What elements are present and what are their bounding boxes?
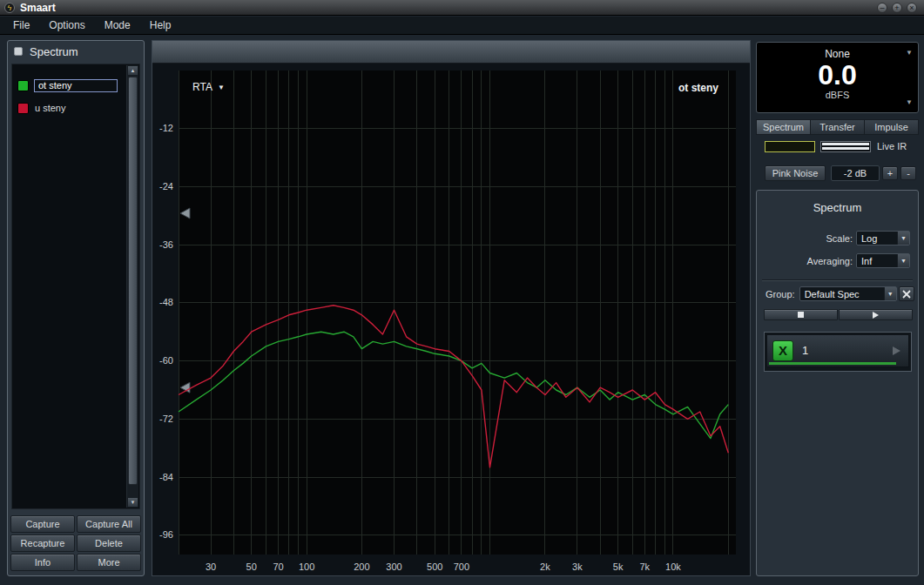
play-button[interactable] — [839, 309, 913, 320]
collapse-toggle[interactable] — [14, 47, 23, 56]
app-icon: ϟ — [4, 3, 15, 13]
tab-impulse[interactable]: Impulse — [864, 119, 919, 135]
svg-text:70: 70 — [273, 561, 283, 572]
level-increase-button[interactable]: + — [882, 166, 898, 180]
tab-transfer[interactable]: Transfer — [810, 119, 864, 135]
svg-text:-24: -24 — [159, 181, 173, 192]
svg-text:500: 500 — [427, 561, 442, 572]
window-title: Smaart — [20, 2, 56, 14]
svg-text:-36: -36 — [159, 239, 173, 250]
transport-row — [757, 309, 918, 320]
menu-mode[interactable]: Mode — [95, 17, 140, 34]
capture-all-button[interactable]: Capture All — [77, 515, 141, 533]
trace-list: u steny ▲ ▼ — [11, 64, 140, 509]
panel-title: Spectrum — [757, 201, 918, 214]
wrench-icon — [901, 289, 912, 299]
menu-file[interactable]: File — [3, 17, 39, 34]
maximize-button[interactable]: + — [892, 3, 902, 13]
meter-unit-select[interactable]: dBFS — [757, 90, 918, 100]
meter-unit-dropdown-icon[interactable]: ▼ — [906, 98, 913, 106]
trace-color-swatch[interactable] — [17, 103, 29, 114]
spectrum-controls-panel: Spectrum Scale: Log ▼ Averaging: Inf ▼ G… — [756, 190, 919, 576]
trace-name-input[interactable] — [34, 79, 118, 92]
generator-level-display: -2 dB — [831, 165, 880, 181]
trace-row[interactable] — [17, 78, 139, 92]
generator-level-meter — [765, 141, 815, 152]
meter-source-dropdown-icon[interactable]: ▼ — [906, 49, 913, 57]
svg-text:-96: -96 — [159, 529, 173, 540]
group-listbox: X 1 — [764, 332, 912, 372]
svg-text:3k: 3k — [572, 561, 583, 572]
play-icon — [873, 312, 879, 319]
minimize-button[interactable]: – — [877, 3, 887, 13]
level-decrease-button[interactable]: - — [900, 166, 916, 180]
svg-text:-48: -48 — [159, 297, 173, 307]
recapture-button[interactable]: Recapture — [10, 535, 75, 552]
meter-value: 0.0 — [757, 60, 918, 90]
scale-label: Scale: — [757, 233, 853, 244]
svg-text:30: 30 — [206, 561, 216, 572]
svg-text:5k: 5k — [613, 561, 624, 572]
svg-text:700: 700 — [454, 561, 469, 572]
chevron-down-icon: ▼ — [884, 287, 896, 300]
list-item[interactable]: X 1 — [766, 334, 909, 367]
scale-select[interactable]: Log ▼ — [856, 231, 910, 245]
scroll-up-icon[interactable]: ▲ — [127, 65, 138, 76]
pink-noise-button[interactable]: Pink Noise — [765, 165, 826, 181]
play-icon[interactable] — [893, 346, 900, 355]
group-label: Group: — [766, 289, 795, 299]
group-item-active-strip — [769, 362, 896, 365]
input-level-meter — [820, 141, 871, 152]
more-button[interactable]: More — [77, 554, 141, 571]
averaging-row: Averaging: Inf ▼ — [757, 253, 918, 268]
scale-row: Scale: Log ▼ — [757, 231, 918, 245]
window-controls: – + × — [877, 3, 917, 13]
averaging-select[interactable]: Inf ▼ — [856, 253, 910, 268]
svg-text:2k: 2k — [540, 561, 550, 572]
close-button[interactable]: × — [907, 3, 917, 13]
sound-level-meter: None ▼ 0.0 dBFS ▼ — [756, 42, 919, 113]
sidebar-header: Spectrum — [8, 41, 144, 62]
group-row: Group: Default Spec ▼ — [757, 286, 918, 301]
live-ir-toggle[interactable]: Live IR — [877, 141, 907, 151]
group-select[interactable]: Default Spec ▼ — [799, 286, 897, 301]
group-value: Default Spec — [800, 289, 884, 299]
group-settings-button[interactable] — [899, 286, 914, 301]
svg-text:-84: -84 — [159, 472, 173, 482]
svg-text:200: 200 — [354, 561, 369, 572]
input-level-bar — [822, 147, 869, 150]
rta-mode-selector[interactable]: RTA ▼ — [192, 81, 225, 93]
averaging-value: Inf — [857, 256, 897, 266]
delete-button[interactable]: Delete — [77, 535, 141, 552]
stop-button[interactable] — [764, 309, 838, 320]
svg-text:-12: -12 — [159, 123, 173, 133]
spectrum-plot[interactable]: -12-24-36-48-60-72-84-963050701002003005… — [152, 64, 750, 575]
svg-text:100: 100 — [299, 561, 314, 572]
trace-color-swatch[interactable] — [17, 80, 29, 91]
capture-button[interactable]: Capture — [10, 515, 75, 533]
sidebar-buttons: Capture Capture All Recapture Delete Inf… — [10, 515, 141, 571]
io-meters-row: Live IR — [756, 138, 919, 154]
menu-bar: File Options Mode Help — [0, 17, 924, 35]
tab-spectrum[interactable]: Spectrum — [756, 119, 810, 135]
group-item-label: 1 — [802, 344, 808, 357]
scroll-down-icon[interactable]: ▼ — [127, 497, 138, 508]
menu-options[interactable]: Options — [39, 17, 94, 34]
sidebar-title: Spectrum — [30, 45, 78, 58]
menu-help[interactable]: Help — [140, 17, 181, 34]
right-panel: None ▼ 0.0 dBFS ▼ Spectrum Transfer Impu… — [756, 40, 919, 576]
trace-row[interactable]: u steny — [17, 101, 139, 115]
meter-source-select[interactable]: None — [757, 48, 918, 60]
generator-row: Pink Noise -2 dB + - — [756, 165, 919, 181]
info-button[interactable]: Info — [10, 554, 75, 571]
input-level-bar — [822, 143, 869, 145]
scrollbar-thumb[interactable] — [128, 77, 138, 485]
trace-list-scrollbar[interactable]: ▲ ▼ — [126, 65, 138, 508]
rta-mode-label: RTA — [192, 81, 212, 93]
svg-text:-72: -72 — [159, 414, 173, 424]
chevron-down-icon: ▼ — [218, 84, 225, 91]
chart-panel: -12-24-36-48-60-72-84-963050701002003005… — [152, 40, 751, 576]
chevron-down-icon: ▼ — [897, 232, 909, 245]
active-trace-readout: ot steny — [678, 82, 718, 94]
mode-tabs: Spectrum Transfer Impulse — [756, 119, 919, 135]
